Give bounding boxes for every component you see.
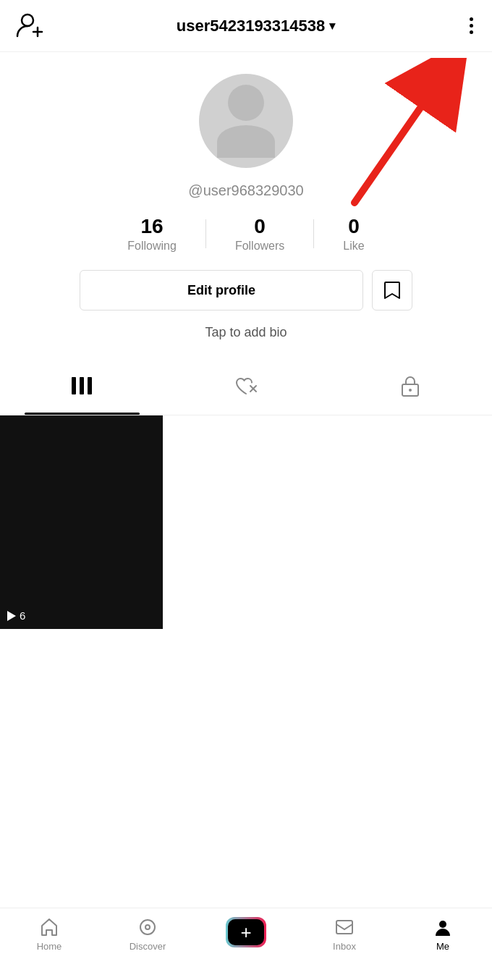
svg-point-13: [145, 925, 150, 929]
lock-icon: [401, 375, 420, 402]
svg-rect-14: [336, 921, 352, 934]
tab-liked[interactable]: [164, 362, 328, 415]
me-icon: [433, 917, 453, 937]
edit-profile-button[interactable]: Edit profile: [80, 270, 363, 311]
discover-icon: [137, 917, 158, 937]
svg-rect-6: [80, 377, 84, 394]
svg-point-11: [409, 389, 412, 392]
nav-discover[interactable]: Discover: [98, 917, 197, 952]
bookmark-button[interactable]: [372, 270, 412, 311]
inbox-icon: [334, 917, 355, 937]
followers-count: 0: [254, 215, 266, 238]
home-icon: [39, 917, 59, 937]
header-username[interactable]: user5423193314538 ▾: [177, 17, 336, 35]
nav-create[interactable]: +: [197, 917, 295, 947]
svg-rect-7: [88, 377, 92, 394]
nav-home-label: Home: [37, 941, 62, 952]
likes-label: Like: [343, 240, 364, 253]
bio-placeholder[interactable]: Tap to add bio: [205, 325, 287, 340]
nav-inbox[interactable]: Inbox: [295, 917, 394, 952]
svg-rect-5: [72, 377, 76, 394]
add-user-button[interactable]: [14, 9, 46, 43]
content-tabs: [0, 362, 492, 415]
svg-point-12: [140, 920, 155, 934]
action-buttons: Edit profile: [80, 270, 412, 311]
play-icon: [7, 611, 16, 621]
grid-icon: [71, 376, 93, 400]
dropdown-chevron: ▾: [329, 19, 335, 33]
content-grid: 6: [0, 415, 492, 629]
tab-private[interactable]: [328, 362, 492, 415]
video-play-info: 6: [7, 609, 25, 622]
tab-videos[interactable]: [0, 362, 164, 415]
avatar[interactable]: [199, 74, 293, 168]
header: user5423193314538 ▾: [0, 0, 492, 52]
followers-label: Followers: [235, 240, 284, 253]
play-count: 6: [20, 609, 25, 622]
nav-inbox-label: Inbox: [333, 941, 356, 952]
video-thumbnail[interactable]: 6: [0, 415, 163, 629]
more-options-button[interactable]: [465, 13, 478, 38]
following-count: 16: [141, 215, 164, 238]
user-handle: @user968329030: [188, 182, 303, 199]
likes-count: 0: [348, 215, 360, 238]
followers-stat[interactable]: 0 Followers: [206, 215, 313, 253]
bookmark-icon: [383, 280, 402, 300]
nav-home[interactable]: Home: [0, 917, 98, 952]
create-button[interactable]: +: [226, 917, 266, 947]
nav-me[interactable]: Me: [394, 917, 492, 952]
nav-me-label: Me: [436, 941, 449, 952]
stats-row: 16 Following 0 Followers 0 Like: [98, 215, 393, 253]
liked-icon: [234, 376, 258, 401]
profile-section: @user968329030 16 Following 0 Followers …: [0, 52, 492, 362]
nav-discover-label: Discover: [130, 941, 166, 952]
bottom-nav: Home Discover + Inbox Me: [0, 908, 492, 980]
following-stat[interactable]: 16 Following: [98, 215, 205, 253]
svg-point-15: [439, 921, 446, 928]
svg-point-0: [22, 14, 33, 26]
following-label: Following: [127, 240, 177, 253]
likes-stat[interactable]: 0 Like: [314, 215, 393, 253]
